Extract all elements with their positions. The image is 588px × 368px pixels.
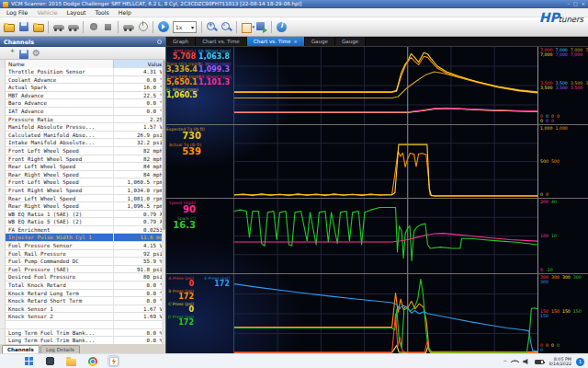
table-row[interactable]: Desired Fuel Pressure80 psi <box>0 273 165 282</box>
menu-log-file[interactable]: Log File <box>2 9 32 16</box>
table-row[interactable]: WB EQ Ratio 5 (SAE) (2)0.79 λ <box>0 218 165 226</box>
tab-chart-vs-time[interactable]: Chart vs. Time <box>196 37 247 46</box>
table-row[interactable]: Baro Advance0.0 ° <box>0 99 165 108</box>
table-row[interactable]: MBT Advance22.5 ° <box>0 92 165 100</box>
lightning-icon <box>109 357 119 366</box>
axis-label: 1,000 <box>540 126 552 131</box>
channel-readout-b-press-psi: B Press (psi)172 <box>166 289 197 302</box>
table-row[interactable]: FA Enrichment0.0253 <box>0 226 165 235</box>
tab-log-details[interactable]: Log Details <box>40 345 80 353</box>
minimize-icon[interactable]: – <box>568 0 571 8</box>
taskbar-time: 8:05 PM <box>554 357 571 362</box>
chart-section-rpm: RPM (rpm)5,708Trans OSS (rpm)3,336.4Tran… <box>166 47 588 124</box>
save-log-button[interactable] <box>17 20 30 34</box>
vehicle-link-button[interactable] <box>121 20 135 34</box>
table-row[interactable]: Knock Retard Short Term0.0 ° <box>0 297 165 305</box>
zoom-in-button[interactable]: + <box>205 20 219 34</box>
taskbar-app2[interactable] <box>45 356 55 366</box>
power-button[interactable] <box>136 20 150 34</box>
maximize-icon[interactable]: □ <box>573 0 578 8</box>
close-icon[interactable]: × <box>582 0 585 8</box>
start-button[interactable] <box>24 356 34 366</box>
save-channels-button[interactable] <box>17 47 28 59</box>
hp-tuners-taskbar-button[interactable] <box>108 356 119 366</box>
table-row[interactable]: Fuel Rail Pressure92 psi <box>0 250 165 259</box>
table-row[interactable]: Fuel Pump Commanded DC55.9 % <box>0 258 165 266</box>
table-row[interactable]: WB EQ Ratio 1 (SAE) (2)0.79 λ <box>0 211 165 219</box>
battery-icon[interactable] <box>535 360 544 364</box>
table-row[interactable]: Long Term Fuel Trim Bank...0.0 % <box>0 329 165 338</box>
play-button[interactable] <box>156 20 170 34</box>
table-row[interactable]: Fuel Pressure Sensor4.15 V <box>0 242 165 250</box>
table-row[interactable]: Long Term Fuel Trim Bank...0.0 % <box>0 337 165 344</box>
notification-badge[interactable]: 1 <box>576 358 584 366</box>
menu-tools[interactable]: Tools <box>91 9 114 16</box>
file-explorer-button[interactable] <box>66 356 76 366</box>
record-button[interactable] <box>86 20 100 34</box>
table-row[interactable]: Rear Left Wheel Speed84 mph <box>0 163 165 171</box>
pin-icon[interactable] <box>157 40 162 44</box>
open-log-button[interactable] <box>2 20 16 34</box>
chrome-button[interactable] <box>87 356 97 366</box>
table-row[interactable]: Calculated Manifold Abso...26.9 psi <box>0 132 165 140</box>
wifi-icon[interactable] <box>511 357 520 366</box>
table-row[interactable]: Total Knock Retard0.0 ° <box>0 282 165 290</box>
vehicle-connect-button[interactable] <box>51 20 65 34</box>
taskbar-clock[interactable]: 8:05 PM 8/14/2022 <box>548 357 571 367</box>
speaker-icon[interactable] <box>523 359 530 365</box>
table-row[interactable]: Throttle Position Sensor4.31 V <box>0 68 165 76</box>
channels-scrollbar[interactable] <box>162 60 165 344</box>
table-row[interactable]: Knock Sensor 11.67 V <box>0 305 165 314</box>
readout-label: A Press (psi) <box>166 276 194 281</box>
tab-channels[interactable]: Channels <box>2 345 40 353</box>
menu-help[interactable]: Help <box>114 9 136 16</box>
layout-button[interactable] <box>240 20 254 34</box>
scrollbar-thumb[interactable] <box>163 60 165 230</box>
add-channel-button[interactable] <box>3 47 15 59</box>
table-row[interactable]: Rear Right Wheel Speed84 mph <box>0 171 165 179</box>
table-row[interactable]: Fuel Pressure (SAE)91.8 psi <box>0 266 165 274</box>
menu-layout[interactable]: Layout <box>62 9 91 16</box>
table-row[interactable]: Injector Pulse Width Cyl 111.6 ms <box>0 234 165 242</box>
channel-value: 82 mph <box>113 155 165 164</box>
vehicle-read-button[interactable] <box>66 20 80 34</box>
menu-vehicle[interactable]: Vehicle <box>32 9 62 16</box>
playback-speed-select[interactable]: 1x▾ <box>173 21 197 33</box>
tab-graph[interactable]: Graph <box>166 37 196 46</box>
table-row[interactable]: Knock Sensor 21.69 V <box>0 313 165 321</box>
plot-svg-rpm[interactable] <box>234 47 537 124</box>
tab-gauge[interactable]: Gauge <box>305 37 335 46</box>
export-button[interactable] <box>254 20 268 34</box>
table-row[interactable] <box>0 321 165 329</box>
column-header-value[interactable]: Value <box>113 60 165 68</box>
tray-chevron-icon[interactable]: ^ <box>503 359 507 365</box>
plot-svg-torque[interactable] <box>234 125 537 198</box>
column-header-name[interactable]: Name <box>6 60 113 68</box>
readout-label: B Press (psi) <box>166 289 194 293</box>
table-row[interactable]: Front Right Wheel Speed1,034.0 rpm <box>0 187 165 195</box>
stop-button[interactable] <box>101 20 115 34</box>
table-row[interactable]: Coolant Advance0.0 ° <box>0 76 165 85</box>
info-button[interactable] <box>275 20 288 34</box>
table-row[interactable]: Front Left Wheel Speed1,060.5 rpm <box>0 178 165 187</box>
table-row[interactable]: Rear Left Wheel Speed1,081.0 rpm <box>0 195 165 203</box>
plot-svg-speedspark[interactable] <box>234 199 537 273</box>
table-row[interactable]: Rear Right Wheel Speed1,096.5 rpm <box>0 202 165 211</box>
table-row[interactable]: Manifold Absolute Pressu...1.57 V <box>0 123 165 132</box>
open-recent-log-button[interactable] <box>31 20 45 34</box>
tab-gauge[interactable]: Gauge <box>335 37 366 46</box>
table-row[interactable]: Front Right Wheel Speed82 mph <box>0 155 165 164</box>
plot-svg-press[interactable] <box>234 274 537 353</box>
table-row[interactable]: Intake Manifold Absolute...32.2 psi <box>0 139 165 147</box>
zoom-out-button[interactable]: - <box>220 20 233 34</box>
hptuners-logo: HP tuners <box>539 12 583 24</box>
channel-settings-button[interactable] <box>30 47 42 59</box>
table-row[interactable]: Actual Spark16.0 ° <box>0 84 165 92</box>
tab-chart-vs-time[interactable]: Chart vs. Time× <box>247 37 305 46</box>
close-tab-icon[interactable]: × <box>293 39 297 44</box>
channel-name: Rear Left Wheel Speed <box>6 195 113 203</box>
table-row[interactable]: IAT Advance0.0 ° <box>0 108 165 116</box>
table-row[interactable]: Pressure Ratio2.25 <box>0 116 165 124</box>
table-row[interactable]: Knock Retard Long Term0.0 ° <box>0 290 165 298</box>
table-row[interactable]: Front Left Wheel Speed82 mph <box>0 147 165 155</box>
